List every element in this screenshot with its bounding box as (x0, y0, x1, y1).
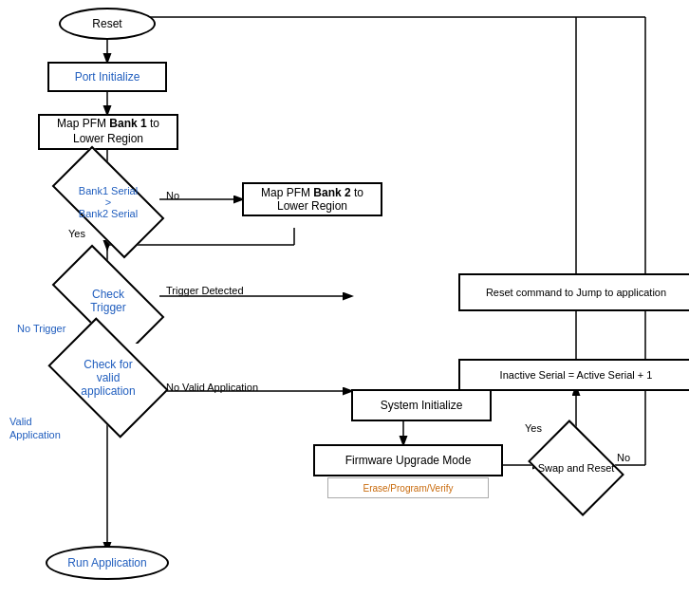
map-bank2-label: Map PFM Bank 2 toLower Region (261, 186, 363, 213)
yes-swap-label: Yes (525, 422, 542, 434)
reset-command-label: Reset command to Jump to application (486, 287, 666, 298)
valid-app-label: ValidApplication (9, 415, 61, 442)
system-init-label: System Initialize (381, 399, 463, 412)
check-valid-app-label: Check forvalidapplication (81, 358, 135, 398)
map-bank2-shape: Map PFM Bank 2 toLower Region (242, 182, 382, 216)
swap-reset-label: Swap and Reset (538, 462, 615, 474)
system-init-shape: System Initialize (351, 389, 492, 421)
check-valid-app-diamond: Check forvalidapplication (57, 344, 159, 412)
port-init-label: Port Initialize (75, 70, 140, 84)
inactive-serial-shape: Inactive Serial = Active Serial + 1 (458, 359, 689, 391)
no-valid-app-label: No Valid Application (166, 382, 258, 393)
swap-reset-diamond: Swap and Reset (537, 439, 615, 497)
flowchart: Reset Port Initialize Map PFM Bank 1 toL… (0, 0, 689, 616)
trigger-detected-label: Trigger Detected (166, 285, 244, 296)
bank-serial-label: Bank1 Serial>Bank2 Serial (79, 185, 138, 219)
map-bank1-label: Map PFM Bank 1 toLower Region (57, 117, 159, 146)
firmware-upgrade-label: Firmware Upgrade Mode (345, 454, 472, 467)
no-swap-label: No (617, 452, 630, 463)
run-app-shape: Run Application (46, 546, 169, 580)
reset-shape: Reset (59, 8, 156, 40)
map-bank1-shape: Map PFM Bank 1 toLower Region (38, 114, 178, 150)
reset-command-shape: Reset command to Jump to application (458, 273, 689, 311)
inactive-serial-label: Inactive Serial = Active Serial + 1 (500, 369, 653, 381)
run-app-label: Run Application (67, 556, 146, 569)
no-bank-serial-label: No (166, 190, 179, 201)
erase-program-shape: Erase/Program/Verify (327, 477, 489, 498)
check-trigger-label: CheckTrigger (90, 288, 126, 314)
erase-program-label: Erase/Program/Verify (363, 483, 453, 494)
check-trigger-diamond: CheckTrigger (57, 272, 159, 329)
firmware-upgrade-shape: Firmware Upgrade Mode (313, 444, 503, 476)
bank-serial-diamond: Bank1 Serial>Bank2 Serial (57, 174, 159, 231)
port-init-shape: Port Initialize (47, 62, 167, 92)
reset-label: Reset (92, 17, 121, 30)
